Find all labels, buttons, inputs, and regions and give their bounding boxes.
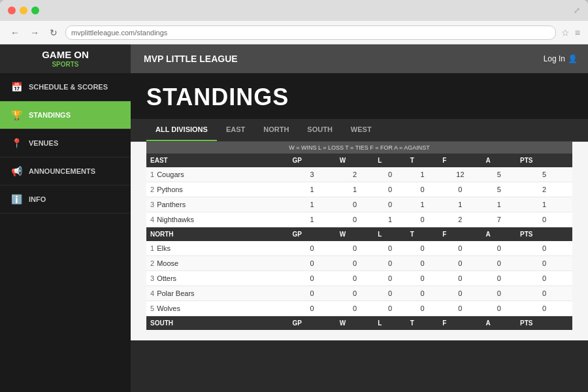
sidebar-announcements-label: Announcements bbox=[29, 167, 95, 175]
east-gp-header: GP bbox=[288, 154, 335, 167]
team-name: 4Polar Bears bbox=[146, 286, 288, 301]
team-gp: 1 bbox=[288, 182, 335, 197]
east-w-header: W bbox=[336, 154, 374, 167]
sidebar-item-standings[interactable]: 🏆 Standings bbox=[0, 101, 131, 129]
team-t: 1 bbox=[406, 167, 439, 182]
tab-north[interactable]: North bbox=[254, 119, 298, 141]
south-pts-header: PTS bbox=[516, 316, 572, 331]
sidebar-item-venues[interactable]: 📍 Venues bbox=[0, 129, 131, 157]
sidebar: 📅 Schedule & Scores 🏆 Standings 📍 Venues… bbox=[0, 73, 131, 392]
team-l: 1 bbox=[374, 212, 406, 227]
south-t-header: T bbox=[406, 316, 439, 331]
table-row: 1Elks 0000000 bbox=[146, 241, 572, 256]
sidebar-venues-label: Venues bbox=[29, 139, 58, 147]
team-t: 0 bbox=[406, 182, 439, 197]
logo: GAME ON SPORTS bbox=[42, 50, 89, 68]
content-area: STANDINGS All Divisions East North South… bbox=[131, 73, 588, 392]
team-name: 3Panthers bbox=[146, 197, 288, 212]
north-a-header: A bbox=[482, 227, 517, 242]
east-f-header: F bbox=[438, 154, 482, 167]
east-l-header: L bbox=[374, 154, 406, 167]
user-icon: 👤 bbox=[568, 54, 578, 63]
maximize-dot[interactable] bbox=[31, 7, 39, 14]
title-bar: ⤢ bbox=[0, 0, 588, 21]
team-l: 0 bbox=[374, 197, 406, 212]
tab-south[interactable]: South bbox=[298, 119, 342, 141]
team-a: 5 bbox=[482, 167, 517, 182]
top-header: GAME ON SPORTS MVP LITTLE LEAGUE Log In … bbox=[0, 44, 588, 73]
team-pts: 0 bbox=[516, 212, 572, 227]
bookmark-icon[interactable]: ☆ bbox=[561, 27, 570, 38]
tab-west[interactable]: West bbox=[342, 119, 381, 141]
section-header-south: SOUTH GP W L T F A PTS bbox=[146, 316, 572, 331]
standings-header: STANDINGS bbox=[131, 73, 588, 119]
team-f: 2 bbox=[438, 212, 482, 227]
team-name: 3Otters bbox=[146, 271, 288, 286]
table-container: W = WINS L = LOSS T = TIES F = FOR A = A… bbox=[131, 142, 588, 340]
url-bar[interactable] bbox=[65, 25, 556, 40]
team-l: 0 bbox=[374, 182, 406, 197]
sidebar-info-label: Info bbox=[29, 195, 46, 203]
table-row: 5Wolves 0000000 bbox=[146, 301, 572, 316]
team-t: 0 bbox=[406, 212, 439, 227]
standings-title: STANDINGS bbox=[146, 84, 572, 111]
team-a: 7 bbox=[482, 212, 517, 227]
north-gp-header: GP bbox=[288, 227, 335, 242]
south-a-header: A bbox=[482, 316, 517, 331]
minimize-dot[interactable] bbox=[20, 7, 27, 14]
sidebar-item-info[interactable]: ℹ️ Info bbox=[0, 186, 131, 214]
team-w: 1 bbox=[336, 182, 374, 197]
nav-bar: ← → ↻ ☆ ≡ bbox=[0, 21, 588, 44]
announcement-icon: 📢 bbox=[10, 165, 22, 177]
logo-area: GAME ON SPORTS bbox=[0, 44, 131, 73]
team-w: 0 bbox=[336, 212, 374, 227]
team-gp: 1 bbox=[288, 212, 335, 227]
team-l: 0 bbox=[374, 167, 406, 182]
sidebar-item-announcements[interactable]: 📢 Announcements bbox=[0, 157, 131, 186]
reload-button[interactable]: ↻ bbox=[47, 26, 60, 39]
team-name: 4Nighthawks bbox=[146, 212, 288, 227]
east-label: EAST bbox=[146, 154, 288, 167]
standings-table: EAST GP W L T F A PTS 1Cougars 3 2 bbox=[146, 154, 572, 330]
north-l-header: L bbox=[374, 227, 406, 242]
menu-icon[interactable]: ≡ bbox=[575, 27, 580, 38]
team-name: 2Pythons bbox=[146, 182, 288, 197]
table-row: 1Cougars 3 2 0 1 12 5 5 bbox=[146, 167, 572, 182]
south-l-header: L bbox=[374, 316, 406, 331]
team-w: 0 bbox=[336, 197, 374, 212]
browser-nav-icons: ☆ ≡ bbox=[561, 27, 580, 38]
table-row: 4Polar Bears 0000000 bbox=[146, 286, 572, 301]
north-w-header: W bbox=[336, 227, 374, 242]
south-label: SOUTH bbox=[146, 316, 288, 331]
legend-row: W = WINS L = LOSS T = TIES F = FOR A = A… bbox=[146, 142, 572, 154]
north-label: NORTH bbox=[146, 227, 288, 242]
team-f: 12 bbox=[438, 167, 482, 182]
team-name: 5Wolves bbox=[146, 301, 288, 316]
east-t-header: T bbox=[406, 154, 439, 167]
table-row: 4Nighthawks 1 0 1 0 2 7 0 bbox=[146, 212, 572, 227]
login-button[interactable]: Log In 👤 bbox=[544, 54, 588, 63]
team-name: 1Elks bbox=[146, 241, 288, 256]
south-gp-header: GP bbox=[288, 316, 335, 331]
tab-east[interactable]: East bbox=[217, 119, 254, 141]
forward-button[interactable]: → bbox=[27, 26, 42, 39]
section-header-east: EAST GP W L T F A PTS bbox=[146, 154, 572, 167]
team-w: 2 bbox=[336, 167, 374, 182]
browser-window: ⤢ ← → ↻ ☆ ≡ GAME ON SPORTS MVP LITTLE LE… bbox=[0, 0, 588, 392]
tab-all-divisions[interactable]: All Divisions bbox=[146, 119, 217, 141]
sidebar-schedule-label: Schedule & Scores bbox=[29, 83, 108, 91]
main-layout: 📅 Schedule & Scores 🏆 Standings 📍 Venues… bbox=[0, 73, 588, 392]
league-name: MVP LITTLE LEAGUE bbox=[131, 54, 544, 64]
team-a: 5 bbox=[482, 182, 517, 197]
east-pts-header: PTS bbox=[516, 154, 572, 167]
team-name: 1Cougars bbox=[146, 167, 288, 182]
north-f-header: F bbox=[438, 227, 482, 242]
back-button[interactable]: ← bbox=[8, 26, 22, 39]
login-label: Log In bbox=[544, 54, 565, 63]
close-dot[interactable] bbox=[8, 7, 16, 14]
sidebar-item-schedule[interactable]: 📅 Schedule & Scores bbox=[0, 73, 131, 101]
south-f-header: F bbox=[438, 316, 482, 331]
east-a-header: A bbox=[482, 154, 517, 167]
app-container: GAME ON SPORTS MVP LITTLE LEAGUE Log In … bbox=[0, 44, 588, 392]
team-f: 0 bbox=[438, 182, 482, 197]
